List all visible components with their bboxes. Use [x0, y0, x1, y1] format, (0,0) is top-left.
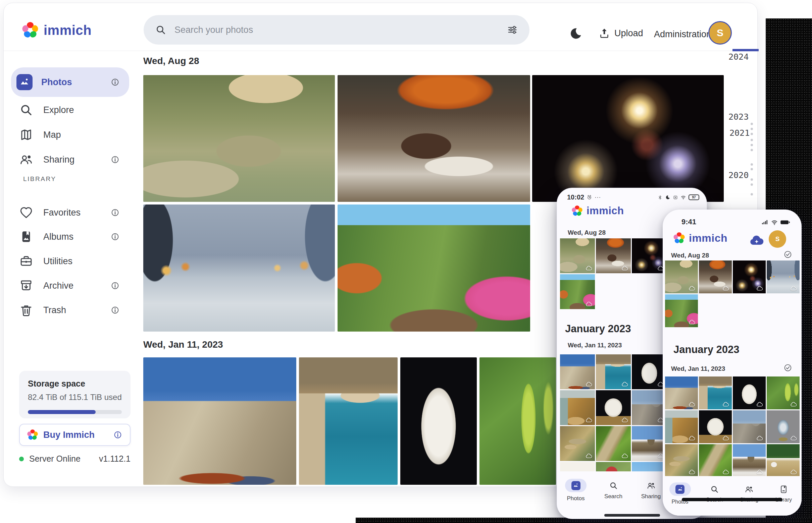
- sidebar-item-sharing[interactable]: Sharing: [11, 147, 129, 172]
- thumb-marble-sculpture[interactable]: [699, 410, 732, 443]
- search-icon: [710, 485, 719, 494]
- sidebar-item-utilities[interactable]: Utilities: [11, 249, 129, 273]
- sidebar-item-archive[interactable]: Archive: [11, 274, 129, 298]
- home-indicator[interactable]: [604, 514, 660, 517]
- photo-dinner-table[interactable]: [338, 75, 530, 202]
- info-icon[interactable]: [110, 305, 120, 315]
- photo-sea-grapes[interactable]: [480, 357, 556, 485]
- thumb-lizard-moss[interactable]: [596, 426, 631, 461]
- thumb-farm-field[interactable]: [767, 444, 799, 477]
- info-icon[interactable]: [110, 207, 120, 218]
- photo-holding-hands[interactable]: [143, 204, 335, 331]
- thumb-zoo-monkeys[interactable]: [665, 260, 698, 293]
- theme-toggle-moon-icon[interactable]: [568, 26, 583, 41]
- thumb-fortress-wall[interactable]: [665, 377, 698, 409]
- photo-fireworks[interactable]: [532, 75, 724, 202]
- thumb-fortress-wall[interactable]: [560, 354, 595, 389]
- info-icon[interactable]: [110, 231, 120, 242]
- thumb-dinner-table[interactable]: [596, 238, 631, 273]
- photo-marble-bust[interactable]: [400, 357, 477, 485]
- server-status-row: Server Online v1.112.1: [19, 454, 131, 464]
- thumb-photo[interactable]: [596, 462, 631, 471]
- cloud-sync-icon: [688, 286, 695, 291]
- timeline-year[interactable]: 2021: [729, 128, 749, 138]
- thumb-snowy-village[interactable]: [733, 444, 766, 477]
- timeline-tick: [750, 178, 753, 181]
- select-all-check-icon[interactable]: [783, 249, 793, 259]
- info-icon[interactable]: [110, 154, 120, 165]
- info-icon[interactable]: [113, 430, 123, 440]
- thumb-photo[interactable]: [560, 462, 595, 471]
- timeline-tick: [750, 133, 753, 135]
- nav-sharing[interactable]: Sharing: [732, 476, 766, 516]
- home-indicator[interactable]: [682, 498, 782, 501]
- nav-library[interactable]: Library: [766, 476, 801, 516]
- thumb-holding-hands[interactable]: [767, 260, 799, 293]
- thumb-snowy-village[interactable]: [632, 426, 667, 461]
- info-icon[interactable]: [110, 77, 120, 88]
- search-input[interactable]: [174, 25, 499, 35]
- nav-photos[interactable]: Photos: [663, 476, 697, 516]
- sidebar-item-map[interactable]: Map: [11, 123, 129, 147]
- user-avatar[interactable]: S: [769, 230, 786, 248]
- nav-search[interactable]: Search: [697, 476, 732, 516]
- search-bar[interactable]: [144, 15, 530, 44]
- thumb-castle-ruins[interactable]: [632, 390, 667, 425]
- month-header: January 2023: [565, 323, 631, 335]
- photos-icon: [675, 485, 685, 494]
- thumb-fireworks[interactable]: [632, 238, 667, 273]
- thumb-fireworks[interactable]: [733, 260, 766, 293]
- thumb-dinner-table[interactable]: [699, 260, 732, 293]
- info-icon[interactable]: [110, 280, 120, 291]
- thumb-lizard-rocks[interactable]: [665, 444, 698, 477]
- app-logo[interactable]: immich: [21, 21, 92, 39]
- timeline-year[interactable]: 2024: [728, 52, 748, 62]
- backup-cloud-icon[interactable]: [748, 234, 765, 247]
- nav-search[interactable]: Search: [594, 472, 632, 519]
- thumb-autumn-path[interactable]: [560, 274, 595, 309]
- sidebar-item-trash[interactable]: Trash: [11, 298, 129, 322]
- sidebar-item-label: Utilities: [43, 256, 72, 267]
- nav-photos[interactable]: Photos: [557, 472, 594, 519]
- search-filters-icon[interactable]: [507, 24, 518, 36]
- photo-autumn-path[interactable]: [338, 204, 530, 331]
- thumb-coastal-town[interactable]: [596, 354, 631, 389]
- sidebar-item-albums[interactable]: Albums: [11, 224, 129, 249]
- thumb-marble-bust[interactable]: [632, 354, 667, 389]
- thumb-lizard-rocks[interactable]: [560, 426, 595, 461]
- photo-zoo-monkeys[interactable]: [143, 75, 335, 202]
- thumb-marble-sculpture[interactable]: [596, 390, 631, 425]
- select-all-check-icon[interactable]: [783, 363, 793, 373]
- sidebar-item-photos[interactable]: Photos: [11, 67, 129, 97]
- thumb-castle-ruins[interactable]: [733, 410, 766, 443]
- thumb-coastal-town[interactable]: [699, 377, 732, 409]
- sidebar-item-favorites[interactable]: Favorites: [11, 200, 129, 224]
- thumb-marble-bust[interactable]: [733, 377, 766, 409]
- timeline-year[interactable]: 2020: [728, 170, 748, 180]
- date-header: Wed, Jan 11, 2023: [568, 342, 622, 349]
- app-logo-text: immich: [689, 232, 727, 245]
- date-header: Wed, Aug 28: [671, 252, 709, 259]
- active-nav-pill: [669, 483, 691, 496]
- thumb-zoo-monkeys[interactable]: [560, 238, 595, 273]
- cloud-sync-icon: [688, 435, 695, 441]
- user-avatar[interactable]: S: [708, 21, 732, 44]
- sidebar-item-label: Map: [43, 130, 61, 140]
- photo-fortress-wall[interactable]: [143, 357, 296, 485]
- sidebar-item-explore[interactable]: Explore: [11, 98, 129, 122]
- upload-button[interactable]: Upload: [598, 27, 643, 39]
- battery-icon: [780, 220, 790, 225]
- photo-coastal-town[interactable]: [299, 357, 398, 485]
- thumb-silver-ornament[interactable]: [767, 410, 799, 443]
- thumb-beach-cliff[interactable]: [665, 410, 698, 443]
- timeline-year[interactable]: 2023: [728, 112, 748, 122]
- thumb-sea-grapes[interactable]: [767, 377, 799, 409]
- thumb-beach-cliff[interactable]: [560, 390, 595, 425]
- thumb-photo[interactable]: [632, 462, 667, 471]
- buy-immich-button[interactable]: Buy Immich: [19, 424, 131, 446]
- thumb-lizard-moss[interactable]: [699, 444, 732, 477]
- administration-link[interactable]: Administration: [654, 29, 711, 39]
- thumb-autumn-path[interactable]: [665, 294, 698, 327]
- timeline-position-indicator[interactable]: [732, 49, 759, 51]
- toolbox-icon: [19, 254, 33, 268]
